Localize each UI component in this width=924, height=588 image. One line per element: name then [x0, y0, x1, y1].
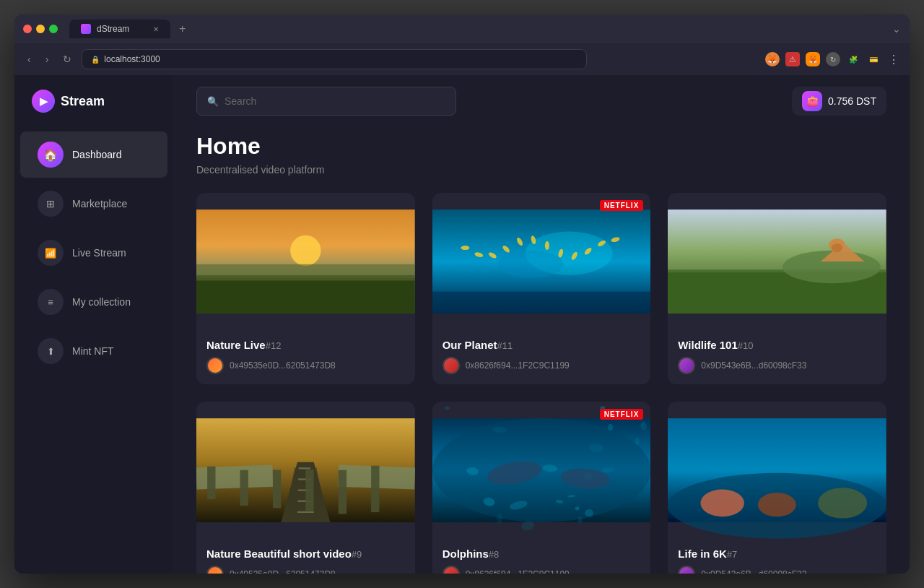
- maximize-button[interactable]: [49, 25, 58, 33]
- author-address-3: 0x9D543e6B...d60098cF33: [701, 360, 806, 371]
- svg-rect-39: [240, 470, 248, 506]
- wallet-icon: 👛: [802, 91, 822, 111]
- app-container: ▶ Stream 🏠 Dashboard ⊞ Marketplace 📶 Liv…: [14, 75, 910, 574]
- search-box[interactable]: 🔍 Search: [196, 87, 456, 116]
- sidebar-item-livestream[interactable]: 📶 Live Stream: [20, 230, 167, 276]
- video-title-5: Dolphins#8: [443, 548, 641, 560]
- video-card-1[interactable]: Nature Live#12 0x49535e0D...62051473D8: [196, 193, 415, 384]
- netflix-badge: NETFLIX: [600, 409, 644, 420]
- back-button[interactable]: ‹: [23, 51, 35, 68]
- svg-rect-35: [298, 467, 310, 469]
- browser-tab[interactable]: dStream ✕: [69, 20, 170, 38]
- video-author-5: 0x8626f694...1F2C9C1199: [443, 566, 641, 574]
- browser-actions: 🦊 ⚠ 🦊 ↻ 🧩 💳 ⋮: [765, 52, 901, 66]
- author-address-5: 0x8626f694...1F2C9C1199: [466, 569, 570, 574]
- wallet-badge[interactable]: 👛 0.756 DST: [792, 87, 886, 116]
- svg-point-61: [444, 406, 449, 410]
- fox-icon[interactable]: 🦊: [806, 52, 820, 66]
- sidebar-label-mint: Mint NFT: [72, 345, 114, 357]
- author-avatar-6: [678, 566, 695, 574]
- page-title: Home: [196, 133, 886, 160]
- video-title-1: Nature Live#12: [206, 339, 405, 351]
- traffic-lights: [23, 25, 58, 33]
- sidebar-item-collection[interactable]: ≡ My collection: [20, 279, 167, 325]
- address-bar[interactable]: 🔒 localhost:3000: [82, 49, 587, 69]
- wallet-ext-icon[interactable]: 💳: [866, 52, 881, 66]
- sidebar-item-mint[interactable]: ⬆ Mint NFT: [20, 328, 167, 374]
- minimize-button[interactable]: [36, 25, 45, 33]
- browser-titlebar: dStream ✕ + ⌄: [14, 14, 910, 43]
- sidebar-label-marketplace: Marketplace: [72, 198, 127, 209]
- author-address-1: 0x49535e0D...62051473D8: [230, 360, 336, 371]
- svg-rect-31: [297, 511, 314, 513]
- refresh-ext-icon[interactable]: ↻: [826, 52, 840, 66]
- svg-rect-41: [305, 470, 313, 511]
- video-info-1: Nature Live#12 0x49535e0D...62051473D8: [196, 330, 415, 384]
- sidebar-logo: ▶ Stream: [14, 90, 173, 130]
- collection-icon: ≡: [38, 289, 64, 315]
- video-author-4: 0x49535e0D...62051473D8: [206, 566, 405, 574]
- tab-bar: dStream ✕ +: [69, 20, 191, 38]
- video-card-6[interactable]: Life in 6K#7 0x9D543e6B...d60098cF33: [668, 402, 886, 574]
- video-info-4: Nature Beautiful short video#9 0x49535e0…: [196, 539, 415, 574]
- lock-icon: 🔒: [91, 56, 100, 64]
- window-controls[interactable]: ⌄: [892, 23, 901, 35]
- video-card-2[interactable]: NETFLIX Our Planet#11 0x8626f694...1F2C9…: [432, 193, 651, 384]
- sidebar: ▶ Stream 🏠 Dashboard ⊞ Marketplace 📶 Liv…: [14, 75, 173, 574]
- tab-favicon: [81, 24, 91, 34]
- svg-point-1: [290, 235, 321, 266]
- sidebar-label-collection: My collection: [72, 296, 131, 308]
- video-thumbnail-4: [196, 402, 415, 539]
- video-author-6: 0x9D543e6B...d60098cF33: [678, 566, 876, 574]
- author-address-6: 0x9D543e6B...d60098cF33: [701, 569, 806, 574]
- author-avatar-5: [443, 566, 460, 574]
- video-title-2: Our Planet#11: [443, 339, 641, 351]
- browser-window: dStream ✕ + ⌄ ‹ › ↻ 🔒 localhost:3000 🦊 ⚠…: [14, 14, 910, 574]
- svg-rect-40: [273, 470, 281, 508]
- forward-button[interactable]: ›: [41, 51, 53, 68]
- video-info-5: Dolphins#8 0x8626f694...1F2C9C1199: [432, 539, 651, 574]
- author-avatar-1: [206, 357, 224, 374]
- warning-icon[interactable]: ⚠: [785, 52, 800, 66]
- video-info-6: Life in 6K#7 0x9D543e6B...d60098cF33: [668, 539, 886, 574]
- author-avatar-3: [678, 357, 695, 374]
- video-author-3: 0x9D543e6B...d60098cF33: [678, 357, 876, 374]
- video-title-3: Wildlife 101#10: [678, 339, 876, 351]
- menu-icon[interactable]: ⋮: [886, 52, 901, 66]
- puzzle-icon[interactable]: 🧩: [846, 52, 860, 66]
- svg-rect-4: [196, 264, 415, 281]
- sidebar-item-dashboard[interactable]: 🏠 Dashboard: [20, 131, 167, 178]
- tab-close-button[interactable]: ✕: [153, 25, 159, 33]
- sidebar-label-livestream: Live Stream: [72, 247, 126, 259]
- main-content: 🔍 Search 👛 0.756 DST Home Decentralised …: [173, 75, 910, 574]
- author-address-4: 0x49535e0D...62051473D8: [230, 569, 336, 574]
- video-title-4: Nature Beautiful short video#9: [206, 548, 405, 560]
- author-avatar-2: [443, 357, 460, 374]
- svg-rect-38: [207, 467, 215, 499]
- address-text: localhost:3000: [104, 54, 160, 64]
- sidebar-item-marketplace[interactable]: ⊞ Marketplace: [20, 181, 167, 227]
- metamask-icon[interactable]: 🦊: [765, 52, 780, 66]
- logo-text: Stream: [61, 94, 105, 109]
- svg-point-27: [832, 243, 842, 252]
- page-subtitle: Decentralised video platform: [196, 164, 886, 176]
- logo-icon: ▶: [32, 90, 55, 113]
- browser-navbar: ‹ › ↻ 🔒 localhost:3000 🦊 ⚠ 🦊 ↻ 🧩 💳 ⋮: [14, 43, 910, 75]
- svg-rect-42: [339, 470, 346, 514]
- dashboard-icon: 🏠: [38, 142, 64, 168]
- new-tab-button[interactable]: +: [173, 22, 191, 35]
- mint-icon: ⬆: [38, 338, 64, 364]
- search-icon: 🔍: [207, 96, 219, 107]
- video-card-3[interactable]: Wildlife 101#10 0x9D543e6B...d60098cF33: [668, 193, 886, 384]
- netflix-badge: NETFLIX: [600, 200, 644, 211]
- video-card-5[interactable]: NETFLIX Dolphins#8 0x8626f694...1F2C9C11…: [432, 402, 651, 574]
- refresh-button[interactable]: ↻: [58, 51, 76, 68]
- svg-point-72: [818, 488, 867, 518]
- svg-point-45: [432, 418, 651, 522]
- video-card-4[interactable]: Nature Beautiful short video#9 0x49535e0…: [196, 402, 415, 574]
- svg-rect-3: [196, 278, 415, 314]
- author-address-2: 0x8626f694...1F2C9C1199: [466, 360, 570, 371]
- video-author-2: 0x8626f694...1F2C9C1199: [443, 357, 641, 374]
- svg-point-71: [758, 493, 796, 516]
- close-button[interactable]: [23, 25, 32, 33]
